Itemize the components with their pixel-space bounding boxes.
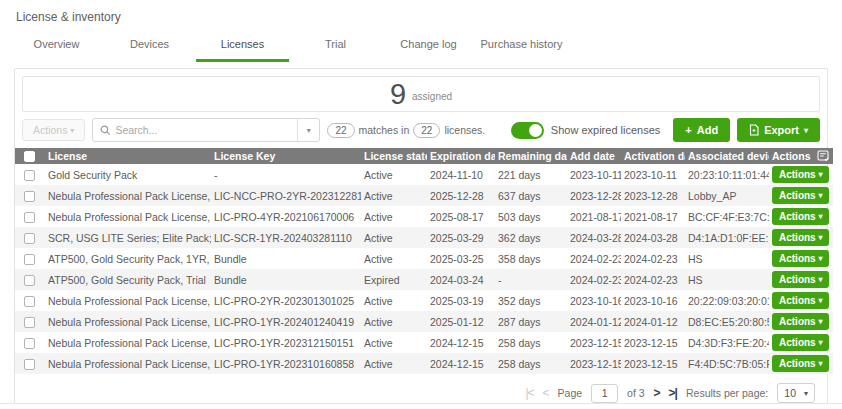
cell-remaining-days: 352 days <box>495 290 567 311</box>
bulk-actions-button[interactable]: Actions ▾ <box>22 119 85 141</box>
chevron-down-icon: ▾ <box>804 126 808 135</box>
add-button[interactable]: + Add <box>673 118 730 142</box>
row-checkbox[interactable] <box>24 359 35 370</box>
tab-trial[interactable]: Trial <box>289 34 382 62</box>
assigned-count: 9 <box>390 80 406 109</box>
cell-license-key: LIC-PRO-2YR-202301301025 <box>211 290 361 311</box>
cell-activation-date: 2024-02-23 <box>621 269 685 290</box>
show-expired-toggle[interactable] <box>511 122 544 139</box>
row-actions-button[interactable]: Actions ▾ <box>772 229 829 246</box>
cell-associated-device: HS <box>685 248 769 269</box>
row-actions-button[interactable]: Actions ▾ <box>772 334 829 351</box>
tab-change-log[interactable]: Change log <box>382 34 475 62</box>
row-actions-button[interactable]: Actions ▾ <box>772 355 829 372</box>
cell-license-state: Active <box>361 332 427 353</box>
cell-expiration-date: 2025-03-25 <box>427 248 495 269</box>
col-activation-date: Activation date <box>621 148 685 164</box>
chevron-down-icon: ▾ <box>818 170 822 179</box>
row-actions-button[interactable]: Actions ▾ <box>772 250 829 267</box>
cell-expiration-date: 2024-12-15 <box>427 332 495 353</box>
cell-license: Nebula Professional Pack License, 4YR <box>45 206 211 227</box>
tab-bar: Overview Devices Licenses Trial Change l… <box>10 34 842 62</box>
row-actions-button[interactable]: Actions ▾ <box>772 292 829 309</box>
row-actions-button[interactable]: Actions ▾ <box>772 166 829 183</box>
cell-associated-device: F4:4D:5C:7B:05:F8 <box>685 353 769 374</box>
cell-activation-date: 2023-12-15 <box>621 332 685 353</box>
table-toolbar: Actions ▾ ▾ 22 matches in 22 licenses. S… <box>15 112 827 148</box>
page-number-input[interactable] <box>591 384 618 403</box>
results-per-page-select[interactable]: 10 ▾ <box>777 383 815 403</box>
row-checkbox[interactable] <box>24 233 35 244</box>
cell-license-state: Active <box>361 248 427 269</box>
cell-add-date: 2023-12-15 <box>567 332 621 353</box>
next-page-button[interactable]: > <box>654 386 660 400</box>
cell-license-key: - <box>211 164 361 185</box>
plus-icon: + <box>685 124 691 136</box>
cell-activation-date: 2023-10-16 <box>621 290 685 311</box>
cell-license: Nebula Professional Pack License, 2YR <box>45 290 211 311</box>
tab-overview[interactable]: Overview <box>10 34 103 62</box>
row-actions-button[interactable]: Actions ▾ <box>772 313 829 330</box>
table-row: ATP500, Gold Security Pack, 1YR, Bundle … <box>15 248 833 269</box>
show-expired-label: Show expired licenses <box>551 124 660 136</box>
cell-remaining-days: 258 days <box>495 353 567 374</box>
toggle-knob <box>529 124 542 137</box>
row-checkbox[interactable] <box>24 191 35 202</box>
row-checkbox[interactable] <box>24 296 35 307</box>
col-license-states: License states <box>361 148 427 164</box>
cell-license-key: LIC-PRO-1YR-202401240419 <box>211 311 361 332</box>
total-count-badge: 22 <box>413 123 440 138</box>
previous-page-button[interactable]: < <box>543 386 549 400</box>
table-row: Gold Security Pack - Active 2024-11-10 2… <box>15 164 833 185</box>
cell-activation-date: 2024-01-12 <box>621 311 685 332</box>
search-filter-dropdown[interactable]: ▾ <box>297 119 319 141</box>
cell-associated-device: D4:3D:F3:FE:20:42 <box>685 332 769 353</box>
row-checkbox[interactable] <box>24 212 35 223</box>
cell-activation-date: 2024-02-23 <box>621 248 685 269</box>
cell-associated-device: D4:1A:D1:0F:EE:F0 <box>685 227 769 248</box>
tab-licenses[interactable]: Licenses <box>196 34 289 62</box>
chevron-down-icon: ▾ <box>818 254 822 263</box>
cell-license-state: Active <box>361 227 427 248</box>
table-row: Nebula Professional Pack License, 2YR LI… <box>15 185 833 206</box>
cell-license-key: LIC-PRO-1YR-202312150151 <box>211 332 361 353</box>
row-checkbox[interactable] <box>24 170 35 181</box>
col-remaining-days: Remaining days <box>495 148 567 164</box>
cell-remaining-days: 362 days <box>495 227 567 248</box>
cell-expiration-date: 2025-08-17 <box>427 206 495 227</box>
assigned-summary: 9 assigned <box>22 76 820 112</box>
cell-license-state: Active <box>361 290 427 311</box>
table-row: SCR, USG LITE Series; Elite Pack; 1YR LI… <box>15 227 833 248</box>
row-actions-button[interactable]: Actions ▾ <box>772 271 829 288</box>
cell-expiration-date: 2025-01-12 <box>427 311 495 332</box>
row-actions-button[interactable]: Actions ▾ <box>772 187 829 204</box>
search-input[interactable] <box>115 124 297 136</box>
cell-license-state: Active <box>361 311 427 332</box>
pagination-bar: |< < Page of 3 > >| Results per page: 10… <box>15 374 827 403</box>
row-checkbox[interactable] <box>24 317 35 328</box>
export-button[interactable]: Export ▾ <box>737 118 820 142</box>
row-checkbox[interactable] <box>24 275 35 286</box>
cell-activation-date: 2024-03-28 <box>621 227 685 248</box>
cell-associated-device: D8:EC:E5:20:80:56 <box>685 311 769 332</box>
cell-remaining-days: 258 days <box>495 332 567 353</box>
row-checkbox[interactable] <box>24 338 35 349</box>
chevron-down-icon: ▾ <box>818 296 822 305</box>
tab-purchase-history[interactable]: Purchase history <box>475 34 568 62</box>
first-page-button[interactable]: |< <box>525 386 533 400</box>
table-row: Nebula Professional Pack License, 1YR LI… <box>15 353 833 374</box>
select-all-checkbox[interactable] <box>24 151 35 162</box>
cell-license-key: LIC-PRO-4YR-202106170006 <box>211 206 361 227</box>
table-row: Nebula Professional Pack License, 1YR LI… <box>15 332 833 353</box>
cell-license: ATP500, Gold Security Pack, Trial <box>45 269 211 290</box>
row-actions-button[interactable]: Actions ▾ <box>772 208 829 225</box>
col-expiration-date: Expiration date <box>427 148 495 164</box>
cell-activation-date: 2021-08-17 <box>621 206 685 227</box>
cell-remaining-days: 287 days <box>495 311 567 332</box>
table-row: Nebula Professional Pack License, 4YR LI… <box>15 206 833 227</box>
last-page-button[interactable]: >| <box>669 386 677 400</box>
row-checkbox[interactable] <box>24 254 35 265</box>
cell-activation-date: 2023-12-15 <box>621 353 685 374</box>
column-settings-icon[interactable] <box>817 150 830 162</box>
tab-devices[interactable]: Devices <box>103 34 196 62</box>
